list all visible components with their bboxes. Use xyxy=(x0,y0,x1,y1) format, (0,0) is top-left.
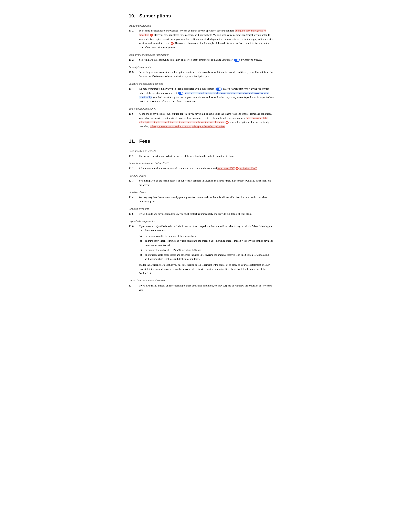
clause-text-11-3: You must pay to us the fees in respect o… xyxy=(139,179,274,187)
list-text-d: all our reasonable costs, losses and exp… xyxy=(145,253,274,261)
list-item-a: (a) an amount equal to the amount of the… xyxy=(139,234,274,238)
list-item-d: (d) all our reasonable costs, losses and… xyxy=(139,253,274,261)
clause-num-11-4: 11.4 xyxy=(129,195,136,204)
clause-num-10-5: 10.5 xyxy=(129,112,136,128)
subsection-11-2: Amounts inclusive or exclusive of VAT 11… xyxy=(129,162,274,171)
clause-num-10-1: 10.1 xyxy=(129,29,136,50)
or-badge-2: or xyxy=(171,42,174,45)
subsection-11-1: Fees specified on website 11.1 The fees … xyxy=(129,149,274,158)
header-payment-fees: Payment of fees xyxy=(129,174,274,178)
list-label-c: (c) xyxy=(139,248,144,252)
list-item-b: (b) all third party expenses incurred by… xyxy=(139,239,274,247)
header-disputed-payments: Disputed payments xyxy=(129,207,274,211)
clause-num-10-3: 10.3 xyxy=(129,70,136,79)
section-10-number: 10. xyxy=(129,13,135,19)
clause-text-10-1: To become a subscriber to our website se… xyxy=(139,29,274,50)
clause-text-11-4: We may vary fees from time to time by po… xyxy=(139,195,274,204)
subsection-11-4: Variation of fees 11.4 We may vary fees … xyxy=(129,190,274,204)
clause-text-11-1: The fees in respect of our website servi… xyxy=(139,154,274,158)
header-initiating-subscription: Initiating subscription xyxy=(129,24,274,28)
clause-num-11-1: 11.1 xyxy=(129,154,136,158)
header-variation-fees: Variation of fees xyxy=(129,190,274,194)
clause-text-11-7: If you owe us any amount under or relati… xyxy=(139,284,274,292)
clause-text-10-3: For so long as your account and subscrip… xyxy=(139,70,274,79)
subsection-10-1: Initiating subscription 10.1 To become a… xyxy=(129,24,274,50)
subsection-10-2: Input error correction and identificatio… xyxy=(129,53,274,62)
or-badge-3: or xyxy=(226,121,229,124)
list-text-c: an administration fee of GBP 25.00 inclu… xyxy=(145,248,274,252)
header-variation-benefits: Variation of subscription benefits xyxy=(129,82,274,86)
clause-num-10-2: 10.2 xyxy=(129,58,136,62)
list-item-c: (c) an administration fee of GBP 25.00 i… xyxy=(139,248,274,252)
clause-num-11-2: 11.2 xyxy=(129,166,136,171)
clause-10-4: 10.4 We may from time to time vary the b… xyxy=(129,87,274,103)
subsection-11-6: Unjustified charge-backs 11.6 If you mak… xyxy=(129,219,274,275)
header-end-subscription: End of subscription period xyxy=(129,107,274,111)
list-text-a: an amount equal to the amount of the cha… xyxy=(145,234,274,238)
highlight-exclusive-vat: exclusive of VAT xyxy=(239,167,257,170)
clause-text-10-5: At the end of any period of subscription… xyxy=(139,112,274,128)
highlight-registration-procedure: during the account registration procedur… xyxy=(139,29,266,36)
list-label-b: (b) xyxy=(139,239,144,247)
clause-10-2: 10.2 You will have the opportunity to id… xyxy=(129,58,274,62)
header-subscription-benefits: Subscription benefits xyxy=(129,65,274,69)
clause-11-3: 11.3 You must pay to us the fees in resp… xyxy=(129,179,274,187)
header-fees-specified: Fees specified on website xyxy=(129,149,274,153)
clause-11-2: 11.2 All amounts stated in these terms a… xyxy=(129,166,274,171)
chargeback-list: (a) an amount equal to the amount of the… xyxy=(139,234,274,261)
highlight-substantial-loss: if in our reasonable opinion such a vari… xyxy=(139,92,269,99)
header-unpaid-fees: Unpaid fees: withdrawal of services xyxy=(129,279,274,282)
toggle-track-10-4a[interactable] xyxy=(215,88,222,91)
toggle-10-4a[interactable] xyxy=(215,88,222,91)
clause-text-11-5: If you dispute any payment made to us, y… xyxy=(139,212,274,216)
clause-11-7: 11.7 If you owe us any amount under or r… xyxy=(129,284,274,292)
section-11-number: 11. xyxy=(129,139,135,144)
section-11-title: 11. Fees xyxy=(129,138,274,145)
describe-circumstances-label: describe circumstances xyxy=(223,87,247,90)
clause-text-10-4: We may from time to time vary the benefi… xyxy=(139,87,274,103)
clause-num-11-3: 11.3 xyxy=(129,179,136,187)
clause-10-1: 10.1 To become a subscriber to our websi… xyxy=(129,29,274,50)
section-11: 11. Fees Fees specified on website 11.1 … xyxy=(129,138,274,292)
list-text-b: all third party expenses incurred by us … xyxy=(145,239,274,247)
subsection-11-7: Unpaid fees: withdrawal of services 11.7… xyxy=(129,279,274,292)
header-vat: Amounts inclusive or exclusive of VAT xyxy=(129,162,274,165)
clause-10-3: 10.3 For so long as your account and sub… xyxy=(129,70,274,79)
subsection-11-5: Disputed payments 11.5 If you dispute an… xyxy=(129,207,274,216)
clause-num-11-7: 11.7 xyxy=(129,284,136,292)
section-10: 10. Subscriptions Initiating subscriptio… xyxy=(129,12,274,128)
header-chargebacks: Unjustified charge-backs xyxy=(129,219,274,223)
clause-text-11-6: If you make an unjustified credit card, … xyxy=(139,224,274,275)
clause-11-4: 11.4 We may vary fees from time to time … xyxy=(129,195,274,204)
list-label-d: (d) xyxy=(139,253,144,261)
clause-11-1: 11.1 The fees in respect of our website … xyxy=(129,154,274,158)
highlight-cancel-subscription: unless you cancel the subscription using… xyxy=(139,117,268,124)
clause-11-5: 11.5 If you dispute any payment made to … xyxy=(129,212,274,216)
or-badge-1: or xyxy=(150,34,153,37)
subsection-10-3: Subscription benefits 10.3 For so long a… xyxy=(129,65,274,79)
clause-num-11-6: 11.6 xyxy=(129,224,136,275)
highlight-renew-subscription: unless you renew the subscription and pa… xyxy=(150,125,225,128)
clause-11-6: 11.6 If you make an unjustified credit c… xyxy=(129,224,274,275)
clause-text-11-2: All amounts stated in these terms and co… xyxy=(139,166,274,171)
toggle-10-2[interactable] xyxy=(234,59,240,62)
list-label-a: (a) xyxy=(139,234,144,238)
clause-num-10-4: 10.4 xyxy=(129,87,136,103)
subsection-10-5: End of subscription period 10.5 At the e… xyxy=(129,107,274,128)
section-divider xyxy=(129,132,274,132)
section-10-title: 10. Subscriptions xyxy=(129,12,274,20)
highlight-inclusive-vat: inclusive of VAT xyxy=(217,167,234,170)
or-badge-4: or xyxy=(236,167,239,170)
toggle-track-10-2[interactable] xyxy=(234,59,240,62)
clause-num-11-5: 11.5 xyxy=(129,212,136,216)
chargeback-continuation: and for the avoidance of doubt, if you f… xyxy=(139,263,274,275)
subsection-10-4: Variation of subscription benefits 10.4 … xyxy=(129,82,274,103)
header-input-error: Input error correction and identificatio… xyxy=(129,53,274,57)
clause-text-10-2: You will have the opportunity to identif… xyxy=(139,58,274,62)
toggle-10-4b[interactable] xyxy=(178,92,183,95)
describe-process-label: describe process xyxy=(244,58,261,61)
toggle-track-10-4b[interactable] xyxy=(178,92,183,95)
clause-10-5: 10.5 At the end of any period of subscri… xyxy=(129,112,274,128)
document-content: 10. Subscriptions Initiating subscriptio… xyxy=(129,12,274,292)
subsection-11-3: Payment of fees 11.3 You must pay to us … xyxy=(129,174,274,187)
